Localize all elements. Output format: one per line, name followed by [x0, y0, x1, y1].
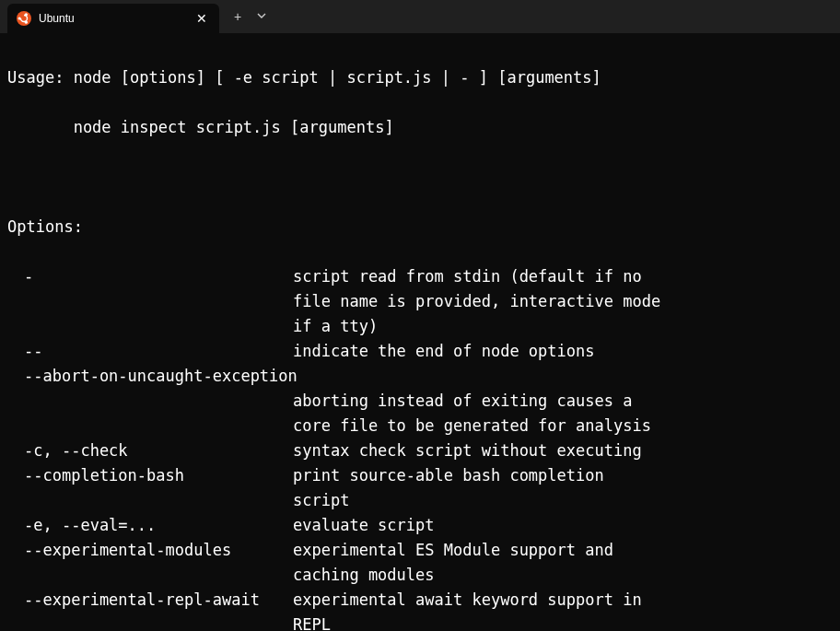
- usage-line-1: Usage: node [options] [ -e script | scri…: [7, 65, 833, 90]
- option-flag: --: [7, 339, 293, 364]
- tab-actions: +: [234, 9, 267, 24]
- option-flag: --completion-bash: [7, 463, 293, 488]
- option-row: REPL: [7, 613, 833, 631]
- option-row: -e, --eval=...evaluate script: [7, 513, 833, 538]
- option-flag: --experimental-modules: [7, 538, 293, 563]
- blank-line: [7, 165, 833, 190]
- option-row: caching modules: [7, 563, 833, 588]
- option-row: --experimental-repl-awaitexperimental aw…: [7, 588, 833, 613]
- terminal-output[interactable]: Usage: node [options] [ -e script | scri…: [0, 33, 840, 631]
- close-icon[interactable]: ✕: [193, 10, 210, 27]
- option-row: script: [7, 488, 833, 513]
- ubuntu-icon: [17, 11, 31, 26]
- options-header: Options:: [7, 215, 833, 240]
- option-row: --experimental-modulesexperimental ES Mo…: [7, 538, 833, 563]
- option-description: experimental await keyword support in: [293, 588, 833, 613]
- tab-ubuntu[interactable]: Ubuntu ✕: [7, 4, 219, 33]
- option-flag: -: [7, 264, 293, 289]
- option-description: indicate the end of node options: [293, 339, 833, 364]
- option-description-continuation: if a tty): [7, 314, 378, 339]
- option-row: if a tty): [7, 314, 833, 339]
- option-description-continuation: aborting instead of exiting causes a: [7, 389, 632, 414]
- option-flag: --experimental-repl-await: [7, 588, 293, 613]
- option-row: --completion-bashprint source-able bash …: [7, 463, 833, 488]
- new-tab-button[interactable]: +: [234, 9, 241, 24]
- option-row: core file to be generated for analysis: [7, 414, 833, 438]
- option-row: --abort-on-uncaught-exception: [7, 364, 833, 389]
- option-description-continuation: caching modules: [7, 563, 435, 588]
- option-row: -script read from stdin (default if no: [7, 264, 833, 289]
- option-flag: -c, --check: [7, 438, 293, 463]
- tab-title: Ubuntu: [39, 12, 193, 25]
- option-row: aborting instead of exiting causes a: [7, 389, 833, 414]
- usage-line-2: node inspect script.js [arguments]: [7, 115, 833, 140]
- option-flag: -e, --eval=...: [7, 513, 293, 538]
- option-description-continuation: REPL: [7, 613, 331, 631]
- option-description: experimental ES Module support and: [293, 538, 833, 563]
- tab-bar: Ubuntu ✕ +: [0, 0, 840, 33]
- option-row: --indicate the end of node options: [7, 339, 833, 364]
- option-flag: --abort-on-uncaught-exception: [7, 364, 293, 389]
- option-row: file name is provided, interactive mode: [7, 289, 833, 314]
- option-description: evaluate script: [293, 513, 833, 538]
- option-description-continuation: script: [7, 488, 349, 513]
- option-description: script read from stdin (default if no: [293, 264, 833, 289]
- option-description-continuation: core file to be generated for analysis: [7, 414, 651, 438]
- tab-dropdown-button[interactable]: [256, 9, 267, 24]
- option-description: print source-able bash completion: [293, 463, 833, 488]
- option-description: [293, 364, 833, 389]
- option-description: syntax check script without executing: [293, 438, 833, 463]
- options-list: -script read from stdin (default if nofi…: [7, 264, 833, 631]
- option-row: -c, --checksyntax check script without e…: [7, 438, 833, 463]
- option-description-continuation: file name is provided, interactive mode: [7, 289, 660, 314]
